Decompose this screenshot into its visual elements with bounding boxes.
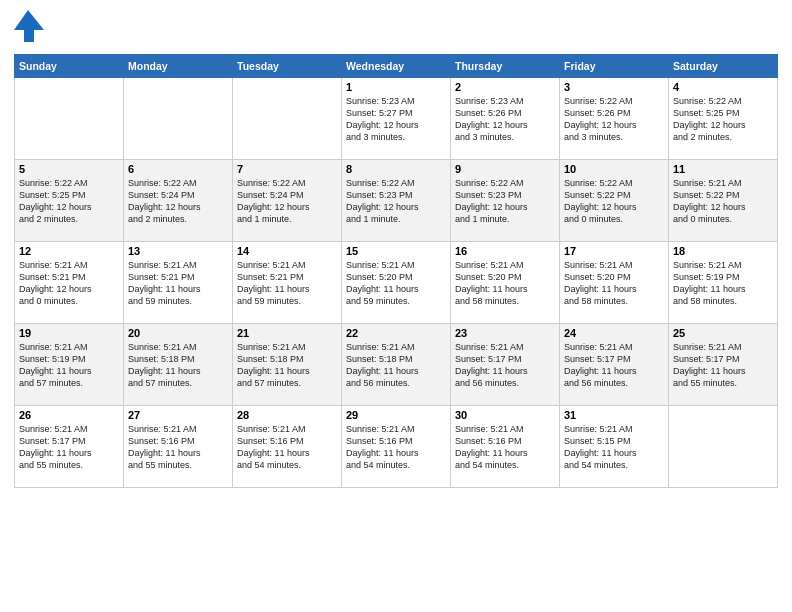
calendar-day-cell: 20Sunrise: 5:21 AMSunset: 5:18 PMDayligh…	[124, 324, 233, 406]
day-info: Sunrise: 5:21 AMSunset: 5:16 PMDaylight:…	[237, 423, 337, 472]
calendar-day-cell: 3Sunrise: 5:22 AMSunset: 5:26 PMDaylight…	[560, 78, 669, 160]
calendar-header-row: SundayMondayTuesdayWednesdayThursdayFrid…	[15, 55, 778, 78]
day-info: Sunrise: 5:21 AMSunset: 5:18 PMDaylight:…	[128, 341, 228, 390]
day-info: Sunrise: 5:22 AMSunset: 5:25 PMDaylight:…	[673, 95, 773, 144]
weekday-header: Sunday	[15, 55, 124, 78]
day-number: 27	[128, 409, 228, 421]
day-number: 9	[455, 163, 555, 175]
day-info: Sunrise: 5:22 AMSunset: 5:24 PMDaylight:…	[237, 177, 337, 226]
day-info: Sunrise: 5:21 AMSunset: 5:16 PMDaylight:…	[128, 423, 228, 472]
day-info: Sunrise: 5:21 AMSunset: 5:20 PMDaylight:…	[346, 259, 446, 308]
calendar-week-row: 1Sunrise: 5:23 AMSunset: 5:27 PMDaylight…	[15, 78, 778, 160]
day-info: Sunrise: 5:22 AMSunset: 5:23 PMDaylight:…	[346, 177, 446, 226]
calendar-day-cell: 31Sunrise: 5:21 AMSunset: 5:15 PMDayligh…	[560, 406, 669, 488]
day-info: Sunrise: 5:21 AMSunset: 5:22 PMDaylight:…	[673, 177, 773, 226]
calendar-day-cell: 24Sunrise: 5:21 AMSunset: 5:17 PMDayligh…	[560, 324, 669, 406]
day-number: 5	[19, 163, 119, 175]
svg-rect-1	[24, 30, 34, 42]
day-number: 15	[346, 245, 446, 257]
weekday-header: Saturday	[669, 55, 778, 78]
day-info: Sunrise: 5:22 AMSunset: 5:25 PMDaylight:…	[19, 177, 119, 226]
day-number: 29	[346, 409, 446, 421]
calendar-day-cell: 11Sunrise: 5:21 AMSunset: 5:22 PMDayligh…	[669, 160, 778, 242]
day-number: 12	[19, 245, 119, 257]
day-info: Sunrise: 5:21 AMSunset: 5:17 PMDaylight:…	[455, 341, 555, 390]
weekday-header: Friday	[560, 55, 669, 78]
calendar-day-cell: 8Sunrise: 5:22 AMSunset: 5:23 PMDaylight…	[342, 160, 451, 242]
day-number: 8	[346, 163, 446, 175]
day-number: 31	[564, 409, 664, 421]
day-number: 22	[346, 327, 446, 339]
calendar-day-cell: 28Sunrise: 5:21 AMSunset: 5:16 PMDayligh…	[233, 406, 342, 488]
calendar-day-cell	[124, 78, 233, 160]
day-number: 19	[19, 327, 119, 339]
calendar-day-cell: 21Sunrise: 5:21 AMSunset: 5:18 PMDayligh…	[233, 324, 342, 406]
calendar-day-cell: 27Sunrise: 5:21 AMSunset: 5:16 PMDayligh…	[124, 406, 233, 488]
calendar-day-cell: 1Sunrise: 5:23 AMSunset: 5:27 PMDaylight…	[342, 78, 451, 160]
day-info: Sunrise: 5:23 AMSunset: 5:26 PMDaylight:…	[455, 95, 555, 144]
weekday-header: Wednesday	[342, 55, 451, 78]
calendar-day-cell: 7Sunrise: 5:22 AMSunset: 5:24 PMDaylight…	[233, 160, 342, 242]
calendar-week-row: 19Sunrise: 5:21 AMSunset: 5:19 PMDayligh…	[15, 324, 778, 406]
day-info: Sunrise: 5:21 AMSunset: 5:18 PMDaylight:…	[346, 341, 446, 390]
calendar-day-cell: 14Sunrise: 5:21 AMSunset: 5:21 PMDayligh…	[233, 242, 342, 324]
calendar-day-cell: 25Sunrise: 5:21 AMSunset: 5:17 PMDayligh…	[669, 324, 778, 406]
day-info: Sunrise: 5:21 AMSunset: 5:15 PMDaylight:…	[564, 423, 664, 472]
day-number: 6	[128, 163, 228, 175]
day-info: Sunrise: 5:22 AMSunset: 5:22 PMDaylight:…	[564, 177, 664, 226]
page: SundayMondayTuesdayWednesdayThursdayFrid…	[0, 0, 792, 612]
day-number: 24	[564, 327, 664, 339]
calendar-day-cell: 29Sunrise: 5:21 AMSunset: 5:16 PMDayligh…	[342, 406, 451, 488]
calendar-day-cell: 2Sunrise: 5:23 AMSunset: 5:26 PMDaylight…	[451, 78, 560, 160]
day-number: 14	[237, 245, 337, 257]
day-info: Sunrise: 5:21 AMSunset: 5:16 PMDaylight:…	[346, 423, 446, 472]
day-number: 3	[564, 81, 664, 93]
calendar-day-cell: 15Sunrise: 5:21 AMSunset: 5:20 PMDayligh…	[342, 242, 451, 324]
calendar-week-row: 12Sunrise: 5:21 AMSunset: 5:21 PMDayligh…	[15, 242, 778, 324]
calendar-week-row: 5Sunrise: 5:22 AMSunset: 5:25 PMDaylight…	[15, 160, 778, 242]
day-number: 30	[455, 409, 555, 421]
calendar-day-cell: 23Sunrise: 5:21 AMSunset: 5:17 PMDayligh…	[451, 324, 560, 406]
calendar-day-cell: 22Sunrise: 5:21 AMSunset: 5:18 PMDayligh…	[342, 324, 451, 406]
day-number: 2	[455, 81, 555, 93]
day-number: 4	[673, 81, 773, 93]
header	[14, 10, 778, 46]
calendar-day-cell: 19Sunrise: 5:21 AMSunset: 5:19 PMDayligh…	[15, 324, 124, 406]
weekday-header: Monday	[124, 55, 233, 78]
logo-icon	[14, 10, 44, 46]
calendar-day-cell: 5Sunrise: 5:22 AMSunset: 5:25 PMDaylight…	[15, 160, 124, 242]
calendar-day-cell: 6Sunrise: 5:22 AMSunset: 5:24 PMDaylight…	[124, 160, 233, 242]
weekday-header: Tuesday	[233, 55, 342, 78]
day-number: 7	[237, 163, 337, 175]
calendar-day-cell: 16Sunrise: 5:21 AMSunset: 5:20 PMDayligh…	[451, 242, 560, 324]
calendar-day-cell	[233, 78, 342, 160]
calendar-day-cell: 13Sunrise: 5:21 AMSunset: 5:21 PMDayligh…	[124, 242, 233, 324]
day-info: Sunrise: 5:21 AMSunset: 5:17 PMDaylight:…	[19, 423, 119, 472]
day-number: 28	[237, 409, 337, 421]
day-number: 16	[455, 245, 555, 257]
calendar-table: SundayMondayTuesdayWednesdayThursdayFrid…	[14, 54, 778, 488]
day-info: Sunrise: 5:21 AMSunset: 5:16 PMDaylight:…	[455, 423, 555, 472]
day-number: 20	[128, 327, 228, 339]
day-number: 21	[237, 327, 337, 339]
day-info: Sunrise: 5:21 AMSunset: 5:19 PMDaylight:…	[19, 341, 119, 390]
day-info: Sunrise: 5:22 AMSunset: 5:26 PMDaylight:…	[564, 95, 664, 144]
day-number: 17	[564, 245, 664, 257]
day-info: Sunrise: 5:23 AMSunset: 5:27 PMDaylight:…	[346, 95, 446, 144]
weekday-header: Thursday	[451, 55, 560, 78]
day-number: 13	[128, 245, 228, 257]
calendar-day-cell: 26Sunrise: 5:21 AMSunset: 5:17 PMDayligh…	[15, 406, 124, 488]
day-info: Sunrise: 5:21 AMSunset: 5:18 PMDaylight:…	[237, 341, 337, 390]
day-info: Sunrise: 5:22 AMSunset: 5:23 PMDaylight:…	[455, 177, 555, 226]
day-info: Sunrise: 5:21 AMSunset: 5:21 PMDaylight:…	[128, 259, 228, 308]
day-info: Sunrise: 5:21 AMSunset: 5:19 PMDaylight:…	[673, 259, 773, 308]
day-number: 10	[564, 163, 664, 175]
day-info: Sunrise: 5:21 AMSunset: 5:21 PMDaylight:…	[19, 259, 119, 308]
day-info: Sunrise: 5:21 AMSunset: 5:20 PMDaylight:…	[455, 259, 555, 308]
day-number: 26	[19, 409, 119, 421]
day-info: Sunrise: 5:21 AMSunset: 5:21 PMDaylight:…	[237, 259, 337, 308]
calendar-day-cell	[669, 406, 778, 488]
day-number: 23	[455, 327, 555, 339]
day-number: 25	[673, 327, 773, 339]
calendar-day-cell: 17Sunrise: 5:21 AMSunset: 5:20 PMDayligh…	[560, 242, 669, 324]
